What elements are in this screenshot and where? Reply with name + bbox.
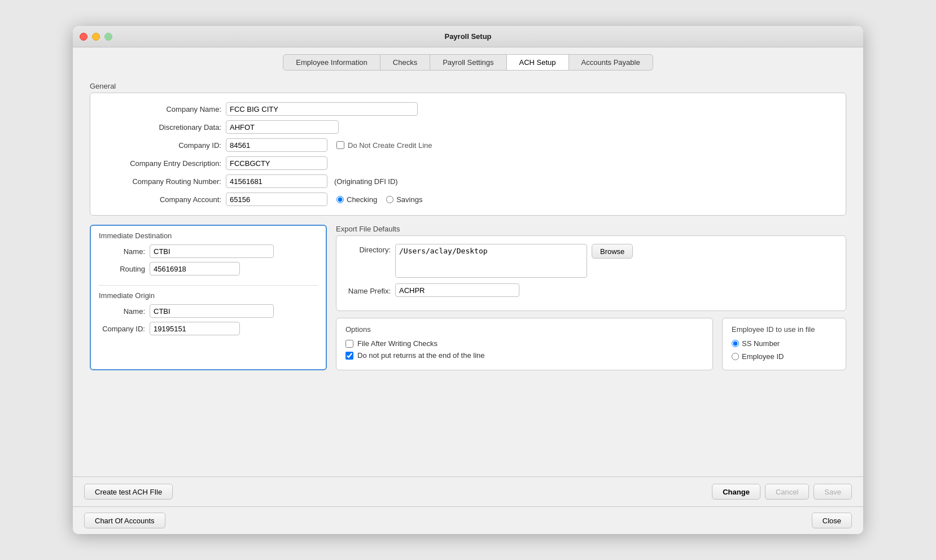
imm-orig-companyid-input[interactable] (150, 322, 240, 335)
options-title: Options (345, 325, 703, 334)
imm-orig-companyid-label: Company ID: (99, 325, 150, 333)
discretionary-data-row: Discretionary Data: (102, 120, 834, 134)
employee-id-radio[interactable] (732, 353, 739, 360)
file-after-writing-checks-label: File After Writing Checks (357, 339, 438, 348)
imm-orig-name-label: Name: (99, 307, 150, 316)
savings-label: Savings (396, 195, 422, 204)
name-prefix-label: Name Prefix: (345, 285, 391, 295)
checking-option[interactable]: Checking (336, 195, 377, 204)
discretionary-data-label: Discretionary Data: (102, 123, 226, 132)
employee-id-radio-label: Employee ID (742, 352, 784, 361)
imm-dest-routing-label: Routing (99, 265, 150, 273)
company-name-label: Company Name: (102, 105, 226, 113)
company-entry-desc-row: Company Entry Description: (102, 156, 834, 170)
do-not-put-returns-row: Do not put returns at the end of the lin… (345, 351, 703, 360)
immediate-destination-section: Immediate Destination Name: Routing (99, 231, 318, 279)
discretionary-data-input[interactable] (226, 120, 339, 134)
tab-bar: Employee Information Checks Payroll Sett… (73, 47, 863, 71)
imm-divider (99, 285, 318, 286)
company-name-input[interactable] (226, 102, 418, 116)
checking-label: Checking (347, 195, 377, 204)
immediate-origin-label: Immediate Origin (99, 291, 318, 300)
content-area: General Company Name: Discretionary Data… (73, 71, 863, 476)
cancel-button[interactable]: Cancel (765, 484, 809, 500)
tab-payroll-settings[interactable]: Payroll Settings (430, 54, 506, 71)
employee-id-title: Employee ID to use in file (732, 325, 837, 334)
company-routing-input[interactable] (226, 174, 327, 188)
browse-button[interactable]: Browse (592, 244, 633, 259)
imm-dest-name-row: Name: (99, 244, 318, 258)
window-title: Payroll Setup (444, 32, 491, 41)
company-id-row: Company ID: Do Not Create Credit Line (102, 138, 834, 152)
account-type-options: Checking Savings (336, 195, 422, 204)
directory-label: Directory: (345, 244, 391, 254)
traffic-lights (80, 33, 112, 41)
general-section: Company Name: Discretionary Data: Compan… (90, 93, 846, 216)
do-not-create-credit-line-label: Do Not Create Credit Line (348, 141, 432, 150)
checking-radio[interactable] (336, 196, 344, 203)
tab-employee-information[interactable]: Employee Information (283, 54, 380, 71)
file-after-writing-checks-row: File After Writing Checks (345, 339, 703, 348)
ss-number-option[interactable]: SS Number (732, 339, 837, 348)
company-routing-label: Company Routing Number: (102, 177, 226, 186)
ss-number-radio[interactable] (732, 340, 739, 347)
imm-orig-name-row: Name: (99, 304, 318, 318)
footer-bar: Chart Of Accounts Close (73, 506, 863, 534)
immediate-destination-label: Immediate Destination (99, 231, 318, 240)
directory-input[interactable]: /Users/aclay/Desktop (395, 244, 587, 278)
lower-sections: Immediate Destination Name: Routing Imme… (90, 225, 846, 370)
options-employee-row: Options File After Writing Checks Do not… (336, 318, 846, 370)
directory-row: Directory: /Users/aclay/Desktop Browse (345, 244, 837, 278)
immediate-origin-section: Immediate Origin Name: Company ID: (99, 291, 318, 339)
name-prefix-row: Name Prefix: (345, 283, 837, 297)
company-account-input[interactable] (226, 193, 327, 206)
tab-ach-setup[interactable]: ACH Setup (507, 54, 569, 71)
immediate-sections-box: Immediate Destination Name: Routing Imme… (90, 225, 327, 370)
tab-accounts-payable[interactable]: Accounts Payable (569, 54, 653, 71)
options-box: Options File After Writing Checks Do not… (336, 318, 713, 370)
save-button[interactable]: Save (813, 484, 852, 500)
bottom-left: Create test ACH FIle (84, 484, 173, 500)
originating-dfi-label: (Originating DFI ID) (334, 177, 398, 186)
close-traffic-light[interactable] (80, 33, 88, 41)
chart-of-accounts-button[interactable]: Chart Of Accounts (84, 513, 165, 528)
company-routing-row: Company Routing Number: (Originating DFI… (102, 174, 834, 188)
imm-orig-name-input[interactable] (150, 304, 274, 318)
export-inner-box: Directory: /Users/aclay/Desktop Browse N… (336, 235, 846, 311)
imm-dest-name-input[interactable] (150, 244, 274, 258)
change-button[interactable]: Change (712, 484, 760, 500)
maximize-traffic-light (104, 33, 112, 41)
company-entry-desc-input[interactable] (226, 156, 327, 170)
imm-dest-name-label: Name: (99, 247, 150, 256)
savings-option[interactable]: Savings (386, 195, 422, 204)
file-after-writing-checks-checkbox[interactable] (345, 340, 353, 348)
savings-radio[interactable] (386, 196, 393, 203)
company-account-label: Company Account: (102, 195, 226, 204)
do-not-create-credit-line-option: Do Not Create Credit Line (336, 141, 432, 150)
company-id-label: Company ID: (102, 141, 226, 150)
company-id-input[interactable] (226, 138, 327, 152)
export-section-label: Export File Defaults (336, 225, 400, 233)
bottom-action-bar: Create test ACH FIle Change Cancel Save (73, 476, 863, 506)
company-name-row: Company Name: (102, 102, 834, 116)
company-entry-desc-label: Company Entry Description: (102, 159, 226, 168)
company-account-row: Company Account: Checking Savings (102, 193, 834, 206)
bottom-right: Change Cancel Save (712, 484, 852, 500)
create-test-ach-button[interactable]: Create test ACH FIle (84, 484, 173, 500)
do-not-create-credit-line-checkbox[interactable] (336, 141, 344, 149)
minimize-traffic-light[interactable] (92, 33, 100, 41)
imm-orig-companyid-row: Company ID: (99, 322, 318, 335)
title-bar: Payroll Setup (73, 26, 863, 47)
do-not-put-returns-checkbox[interactable] (345, 352, 353, 360)
name-prefix-input[interactable] (395, 283, 519, 297)
employee-id-box: Employee ID to use in file SS Number Emp… (722, 318, 846, 370)
ss-number-label: SS Number (742, 339, 780, 348)
employee-id-option[interactable]: Employee ID (732, 352, 837, 361)
tab-checks[interactable]: Checks (380, 54, 430, 71)
export-section: Export File Defaults Directory: /Users/a… (336, 225, 846, 370)
close-button[interactable]: Close (812, 513, 852, 528)
main-window: Payroll Setup Employee Information Check… (73, 26, 863, 534)
imm-dest-routing-input[interactable] (150, 262, 240, 275)
imm-dest-routing-row: Routing (99, 262, 318, 275)
do-not-put-returns-label: Do not put returns at the end of the lin… (357, 351, 484, 360)
